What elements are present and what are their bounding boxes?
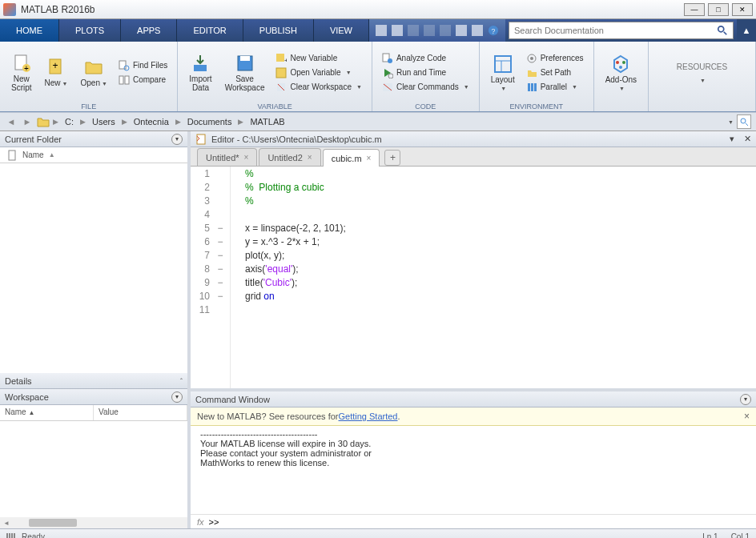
close-tab-icon[interactable]: ×: [367, 154, 372, 163]
open-button[interactable]: Open▼: [76, 45, 112, 100]
redo-icon[interactable]: [456, 25, 467, 36]
variable-group-label: VARIABLE: [178, 102, 372, 110]
scrollbar-thumb[interactable]: [29, 519, 77, 527]
tab-editor[interactable]: EDITOR: [177, 19, 243, 42]
svg-rect-5: [456, 25, 467, 36]
import-data-button[interactable]: Import Data: [184, 45, 216, 100]
search-icon[interactable]: [717, 25, 728, 36]
status-bar: Ready Ln 1 Col 1: [0, 528, 756, 538]
main-tabs: HOME PLOTS APPS EDITOR PUBLISH VIEW ? ▲: [0, 19, 756, 42]
new-variable-button[interactable]: + New Variable: [272, 52, 364, 65]
svg-rect-23: [276, 54, 284, 62]
tab-publish[interactable]: PUBLISH: [243, 19, 314, 42]
path-crumb[interactable]: Users: [89, 117, 119, 126]
path-separator: ▶: [122, 118, 127, 126]
save-workspace-button[interactable]: Save Workspace: [220, 45, 270, 100]
find-files-button[interactable]: Find Files: [115, 59, 171, 72]
analyze-code-icon: [382, 53, 393, 64]
save-icon[interactable]: [392, 25, 403, 36]
editor-tab-untitled2[interactable]: Untitled2 ×: [259, 148, 320, 166]
compare-button[interactable]: Compare: [115, 74, 171, 86]
forward-button[interactable]: ►: [21, 117, 34, 126]
toolstrip: + New Script + New▼ Open▼ Find Files Com…: [0, 42, 756, 112]
close-banner-button[interactable]: ×: [744, 411, 750, 422]
editor-tab-cubic[interactable]: cubic.m ×: [323, 149, 380, 167]
path-separator: ▶: [175, 118, 181, 126]
analyze-code-button[interactable]: Analyze Code: [379, 52, 472, 65]
command-output[interactable]: ----------------------------------------…: [191, 426, 756, 514]
panel-menu-button[interactable]: ▾: [730, 134, 734, 144]
open-variable-button[interactable]: Open Variable▼: [272, 66, 364, 79]
details-header[interactable]: Details ˆ: [0, 373, 187, 389]
run-and-time-button[interactable]: Run and Time: [379, 66, 472, 79]
parallel-button[interactable]: Parallel▼: [523, 81, 587, 94]
tab-plots[interactable]: PLOTS: [59, 19, 121, 42]
tab-view[interactable]: VIEW: [314, 19, 369, 42]
collapse-ribbon-button[interactable]: ▲: [737, 19, 756, 42]
resources-group: RESOURCES ▼: [649, 42, 756, 111]
command-prompt-row[interactable]: fx >>: [191, 514, 756, 528]
resources-button[interactable]: RESOURCES ▼: [672, 45, 732, 100]
workspace-name-col[interactable]: Name ▲: [0, 405, 94, 420]
tab-home[interactable]: HOME: [0, 19, 59, 42]
close-tab-icon[interactable]: ×: [244, 153, 249, 162]
folder-icon[interactable]: [37, 116, 50, 127]
search-documentation[interactable]: [509, 22, 734, 39]
chevron-down-icon: ▼: [501, 86, 506, 91]
path-separator: ▶: [53, 118, 58, 126]
editor-icon: [195, 134, 207, 145]
svg-point-44: [619, 66, 622, 69]
find-files-icon: [119, 60, 130, 71]
path-crumb[interactable]: Documents: [184, 117, 235, 126]
chevron-down-icon: ▼: [619, 86, 625, 91]
editor-content[interactable]: 12345−6−7−8−9−10−11 % % Plotting a cubic…: [191, 167, 756, 388]
path-dropdown[interactable]: ▼: [728, 119, 734, 125]
paste-icon[interactable]: [424, 25, 435, 36]
chevron-down-icon: ▼: [700, 78, 706, 83]
cut-icon[interactable]: [376, 25, 387, 36]
path-crumb[interactable]: Ontecnia: [131, 117, 172, 126]
layout-button[interactable]: Layout ▼: [486, 45, 520, 100]
maximize-button[interactable]: □: [708, 3, 729, 16]
preferences-button[interactable]: Preferences: [523, 52, 587, 65]
workspace-value-col[interactable]: Value: [94, 405, 187, 420]
back-button[interactable]: ◄: [5, 117, 18, 126]
clear-workspace-icon: [275, 82, 287, 93]
tab-apps[interactable]: APPS: [121, 19, 177, 42]
new-tab-button[interactable]: +: [384, 150, 400, 166]
addons-group: Add-Ons ▼: [594, 42, 649, 111]
clear-workspace-button[interactable]: Clear Workspace▼: [272, 81, 364, 94]
getting-started-link[interactable]: Getting Started: [338, 412, 397, 421]
run-time-icon: [382, 67, 393, 78]
new-script-button[interactable]: + New Script: [6, 45, 37, 100]
code-area[interactable]: % % Plotting a cubic % x = linspace(-2, …: [231, 167, 756, 388]
svg-rect-0: [376, 25, 387, 36]
panel-menu-button[interactable]: ▾: [171, 391, 183, 403]
fx-icon[interactable]: fx: [197, 517, 204, 527]
minimize-button[interactable]: —: [684, 3, 705, 16]
parallel-icon: [526, 82, 537, 93]
preferences-icon: [526, 53, 537, 64]
chevron-down-icon: ▼: [62, 81, 68, 86]
editor-tab-untitled[interactable]: Untitled* ×: [197, 148, 257, 166]
print-icon[interactable]: [472, 25, 483, 36]
name-column-header[interactable]: Name ▲: [0, 147, 187, 163]
addons-button[interactable]: Add-Ons ▼: [601, 45, 641, 100]
set-path-button[interactable]: Set Path: [523, 66, 587, 79]
undo-icon[interactable]: [440, 25, 451, 36]
panel-menu-button[interactable]: ▾: [171, 134, 183, 145]
clear-commands-button[interactable]: Clear Commands▼: [379, 81, 472, 94]
path-crumb[interactable]: MATLAB: [247, 117, 288, 126]
new-button[interactable]: + New▼: [40, 45, 73, 100]
path-crumb[interactable]: C:: [62, 117, 77, 126]
path-search-button[interactable]: [737, 114, 751, 129]
close-button[interactable]: ✕: [732, 3, 753, 16]
close-tab-icon[interactable]: ×: [308, 153, 312, 162]
horizontal-scrollbar[interactable]: ◄: [0, 517, 187, 528]
close-panel-button[interactable]: ✕: [744, 134, 751, 144]
save-workspace-icon: [235, 54, 255, 73]
panel-menu-button[interactable]: ▾: [740, 394, 751, 405]
copy-icon[interactable]: [408, 25, 419, 36]
help-icon[interactable]: ?: [488, 25, 499, 36]
search-input[interactable]: [514, 23, 717, 38]
